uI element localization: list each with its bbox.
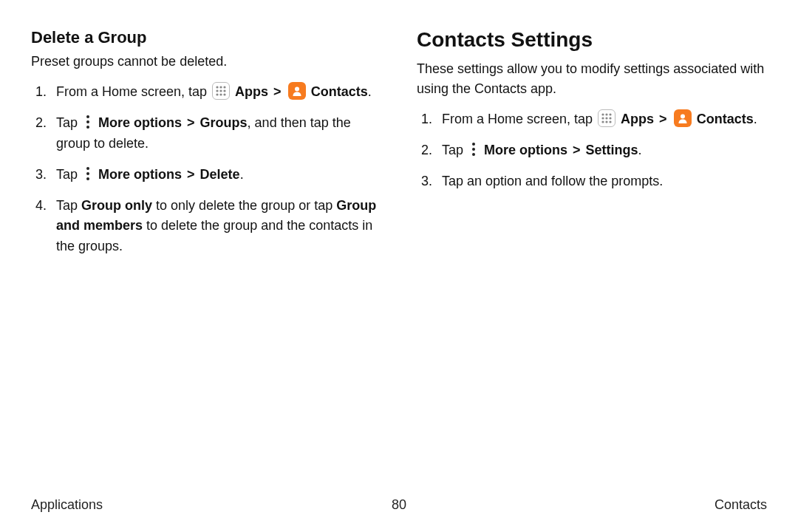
- svg-point-5: [223, 90, 225, 92]
- svg-point-14: [605, 117, 607, 120]
- right-column: Contacts Settings These settings allow y…: [417, 28, 767, 267]
- chevron-icon: >: [658, 112, 669, 126]
- more-options-icon: [468, 141, 479, 157]
- more-options-icon: [83, 166, 93, 182]
- svg-point-10: [601, 114, 604, 116]
- groups-label: Groups: [200, 115, 248, 130]
- svg-point-16: [601, 121, 604, 123]
- svg-point-6: [216, 94, 218, 96]
- period: .: [638, 143, 642, 157]
- contacts-label: Contacts: [697, 112, 754, 126]
- more-options-label: More options: [98, 167, 182, 182]
- intro-delete-group: Preset groups cannot be deleted.: [31, 52, 381, 72]
- svg-point-8: [223, 94, 225, 96]
- svg-point-4: [219, 90, 222, 92]
- heading-contacts-settings: Contacts Settings: [417, 28, 767, 52]
- intro-contacts-settings: These settings allow you to modify setti…: [417, 59, 767, 99]
- step-3: Tap an option and follow the prompts.: [417, 171, 767, 192]
- apps-label: Apps: [621, 112, 654, 126]
- svg-point-19: [681, 115, 685, 119]
- heading-delete-group: Delete a Group: [31, 28, 381, 47]
- two-column-layout: Delete a Group Preset groups cannot be d…: [31, 28, 767, 267]
- svg-point-17: [605, 121, 607, 123]
- more-options-label: More options: [98, 115, 182, 130]
- step-text: From a Home screen, tap: [442, 112, 596, 126]
- apps-label: Apps: [235, 84, 268, 99]
- step-2: Tap More options > Settings.: [417, 140, 767, 161]
- svg-point-1: [219, 86, 222, 89]
- period: .: [240, 167, 244, 182]
- manual-page: Delete a Group Preset groups cannot be d…: [0, 0, 798, 532]
- period: .: [754, 112, 757, 126]
- chevron-icon: >: [571, 143, 582, 157]
- contacts-icon: [288, 82, 306, 100]
- svg-point-9: [295, 87, 299, 92]
- step-1: From a Home screen, tap Apps >: [31, 82, 381, 103]
- step-1: From a Home screen, tap Apps >: [417, 109, 767, 130]
- group-only-label: Group only: [81, 198, 152, 213]
- page-number: 80: [31, 497, 767, 513]
- step-4: Tap Group only to only delete the group …: [31, 196, 381, 258]
- svg-point-0: [216, 86, 218, 89]
- apps-icon: [212, 82, 230, 100]
- svg-point-12: [609, 114, 611, 116]
- svg-point-7: [219, 94, 222, 96]
- svg-point-15: [609, 117, 611, 120]
- svg-point-18: [609, 121, 611, 123]
- delete-label: Delete: [200, 167, 240, 182]
- step-3: Tap More options > Delete.: [31, 165, 381, 185]
- page-footer: Applications 80 Contacts: [31, 497, 767, 513]
- chevron-icon: >: [272, 84, 283, 99]
- more-options-icon: [83, 114, 93, 130]
- step-text: Tap: [56, 115, 81, 130]
- step-text: Tap: [56, 198, 81, 213]
- chevron-icon: >: [185, 167, 197, 182]
- step-text: Tap: [442, 143, 467, 157]
- svg-point-2: [223, 86, 225, 89]
- contacts-icon: [674, 109, 692, 127]
- step-text: Tap: [56, 167, 81, 182]
- steps-contacts-settings: From a Home screen, tap Apps >: [417, 109, 767, 192]
- svg-point-3: [216, 90, 218, 92]
- step-2: Tap More options > Groups, and then tap …: [31, 113, 381, 154]
- settings-label: Settings: [586, 143, 638, 157]
- chevron-icon: >: [185, 115, 197, 130]
- svg-point-11: [605, 114, 607, 116]
- left-column: Delete a Group Preset groups cannot be d…: [31, 28, 381, 267]
- svg-point-13: [601, 117, 604, 120]
- more-options-label: More options: [484, 143, 567, 157]
- steps-delete-group: From a Home screen, tap Apps >: [31, 82, 381, 257]
- step-text-mid: to only delete the group or tap: [152, 198, 336, 213]
- period: .: [368, 84, 372, 99]
- contacts-label: Contacts: [311, 84, 368, 99]
- step-text: From a Home screen, tap: [56, 84, 211, 99]
- apps-icon: [598, 109, 615, 127]
